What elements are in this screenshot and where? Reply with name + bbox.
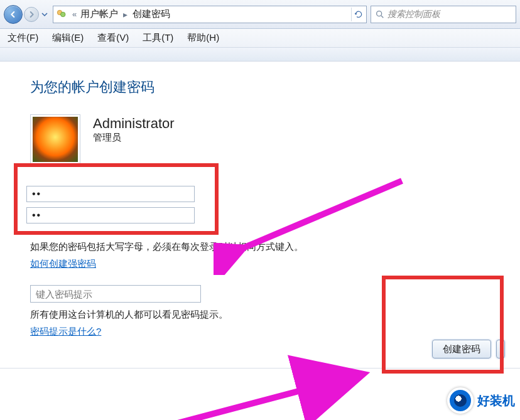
avatar-image xyxy=(33,117,78,162)
account-name: Administrator xyxy=(93,116,175,132)
svg-point-1 xyxy=(61,12,66,17)
footer-separator xyxy=(0,368,520,369)
password-hint-link[interactable]: 密码提示是什么? xyxy=(30,326,101,338)
back-button[interactable] xyxy=(4,5,23,24)
account-avatar xyxy=(30,114,80,164)
button-highlight-box xyxy=(382,276,504,374)
new-password-input[interactable] xyxy=(26,186,195,202)
breadcrumb-separator: ▸ xyxy=(123,9,127,19)
watermark: 好装机 xyxy=(447,387,515,414)
confirm-password-input[interactable] xyxy=(26,207,195,223)
watermark-logo-icon xyxy=(447,387,474,414)
password-fields-highlight xyxy=(14,163,219,235)
refresh-icon xyxy=(354,10,363,19)
arrow-left-icon xyxy=(8,9,18,19)
strong-password-link[interactable]: 如何创建强密码 xyxy=(30,258,96,270)
svg-line-4 xyxy=(239,181,402,250)
user-accounts-icon xyxy=(56,9,67,20)
hint-visibility-note: 所有使用这台计算机的人都可以看见密码提示。 xyxy=(30,309,495,321)
menu-bar: 文件(F) 编辑(E) 查看(V) 工具(T) 帮助(H) xyxy=(0,29,520,48)
breadcrumb-root-chevrons[interactable]: « xyxy=(72,9,77,19)
search-icon xyxy=(375,9,385,19)
create-password-button[interactable]: 创建密码 xyxy=(432,340,491,358)
search-placeholder: 搜索控制面板 xyxy=(387,9,440,20)
search-box[interactable]: 搜索控制面板 xyxy=(371,6,516,23)
chevron-down-icon xyxy=(41,11,48,18)
breadcrumb-create-password[interactable]: 创建密码 xyxy=(131,8,171,20)
forward-button[interactable] xyxy=(24,7,39,22)
caps-lock-note: 如果您的密码包括大写字母，必须在每次登录时以相同方式键入。 xyxy=(30,241,495,253)
menu-edit[interactable]: 编辑(E) xyxy=(52,32,84,44)
cancel-button-truncated[interactable] xyxy=(496,340,505,358)
menu-view[interactable]: 查看(V) xyxy=(97,32,129,44)
page-title: 为您的帐户创建密码 xyxy=(30,78,495,97)
address-bar[interactable]: « 用户帐户 ▸ 创建密码 xyxy=(53,6,367,23)
breadcrumb-user-accounts[interactable]: 用户帐户 xyxy=(79,8,119,20)
nav-history-dropdown[interactable] xyxy=(40,7,49,22)
password-hint-input[interactable] xyxy=(30,285,201,303)
arrow-right-icon xyxy=(26,9,36,19)
toolbar-stripe xyxy=(0,48,520,62)
refresh-button[interactable] xyxy=(351,8,365,21)
menu-file[interactable]: 文件(F) xyxy=(8,32,38,44)
watermark-text: 好装机 xyxy=(477,392,515,409)
menu-help[interactable]: 帮助(H) xyxy=(187,32,219,44)
explorer-navbar: « 用户帐户 ▸ 创建密码 搜索控制面板 xyxy=(0,0,520,29)
dialog-buttons: 创建密码 xyxy=(432,340,505,358)
account-header: Administrator 管理员 xyxy=(30,114,495,164)
menu-tools[interactable]: 工具(T) xyxy=(143,32,173,44)
annotation-arrow-2 xyxy=(126,338,377,420)
svg-line-3 xyxy=(381,16,383,18)
content-area: 为您的帐户创建密码 Administrator 管理员 如果您的密码包括大写字母… xyxy=(0,62,520,369)
annotation-arrow-1 xyxy=(214,168,414,275)
account-role: 管理员 xyxy=(93,132,175,144)
svg-line-5 xyxy=(144,375,358,420)
svg-point-2 xyxy=(377,11,382,16)
